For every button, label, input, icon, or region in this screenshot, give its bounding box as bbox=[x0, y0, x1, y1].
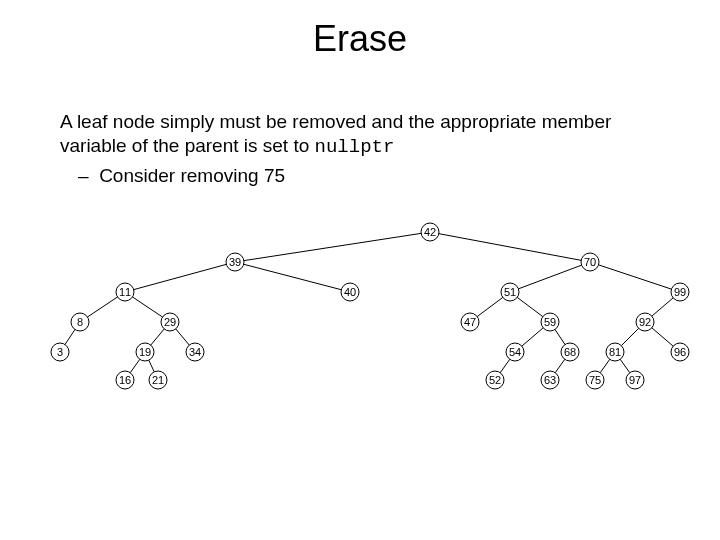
tree-edge bbox=[439, 234, 581, 261]
tree-edge bbox=[176, 329, 189, 345]
tree-edge bbox=[130, 359, 140, 372]
tree-node-label: 29 bbox=[164, 316, 176, 328]
tree-node-label: 54 bbox=[509, 346, 521, 358]
tree-edge bbox=[65, 329, 75, 344]
tree-node-label: 81 bbox=[609, 346, 621, 358]
tree-node-label: 63 bbox=[544, 374, 556, 386]
tree-edge bbox=[517, 297, 543, 316]
tree-edge bbox=[652, 328, 673, 346]
body-line-1a: A leaf node simply must be removed and t… bbox=[60, 111, 542, 132]
tree-edge bbox=[244, 233, 421, 260]
tree-node-label: 99 bbox=[674, 286, 686, 298]
tree-node-label: 21 bbox=[152, 374, 164, 386]
tree-node-label: 42 bbox=[424, 226, 436, 238]
tree-node-label: 34 bbox=[189, 346, 201, 358]
tree-node-label: 40 bbox=[344, 286, 356, 298]
code-nullptr: nullptr bbox=[315, 136, 395, 158]
bullet-dash: – bbox=[78, 165, 89, 186]
tree-edge bbox=[555, 329, 565, 344]
tree-node-label: 96 bbox=[674, 346, 686, 358]
tree-node-label: 47 bbox=[464, 316, 476, 328]
tree-edge bbox=[244, 264, 342, 289]
tree-node-label: 52 bbox=[489, 374, 501, 386]
tree-node-label: 75 bbox=[589, 374, 601, 386]
tree-node-label: 92 bbox=[639, 316, 651, 328]
tree-edge bbox=[600, 359, 610, 372]
tree-edge bbox=[149, 360, 154, 372]
tree-edge bbox=[500, 359, 510, 372]
tree-edge bbox=[599, 265, 672, 289]
bullet-text: Consider removing 75 bbox=[99, 165, 285, 186]
tree-node-label: 8 bbox=[77, 316, 83, 328]
slide-title: Erase bbox=[0, 18, 720, 60]
tree-node-label: 51 bbox=[504, 286, 516, 298]
bst-diagram: 4239118329191621344070514759545268639992… bbox=[40, 220, 700, 400]
bullet-line: – Consider removing 75 bbox=[78, 164, 660, 188]
tree-node-label: 70 bbox=[584, 256, 596, 268]
tree-edge bbox=[151, 329, 164, 345]
tree-edge bbox=[132, 297, 162, 317]
tree-node-label: 16 bbox=[119, 374, 131, 386]
tree-node-label: 19 bbox=[139, 346, 151, 358]
tree-node-label: 3 bbox=[57, 346, 63, 358]
tree-edge bbox=[652, 298, 673, 316]
tree-edge bbox=[518, 265, 581, 289]
tree-edge bbox=[522, 328, 543, 346]
tree-edge bbox=[134, 264, 227, 289]
tree-edge bbox=[555, 359, 565, 372]
tree-edge bbox=[620, 359, 630, 372]
tree-node-label: 39 bbox=[229, 256, 241, 268]
slide-body: A leaf node simply must be removed and t… bbox=[60, 110, 660, 187]
tree-node-label: 68 bbox=[564, 346, 576, 358]
tree-edge bbox=[621, 328, 638, 345]
tree-node-label: 59 bbox=[544, 316, 556, 328]
tree-node-label: 97 bbox=[629, 374, 641, 386]
tree-edge bbox=[477, 297, 503, 316]
tree-edge bbox=[87, 297, 117, 317]
tree-node-label: 11 bbox=[119, 286, 131, 298]
